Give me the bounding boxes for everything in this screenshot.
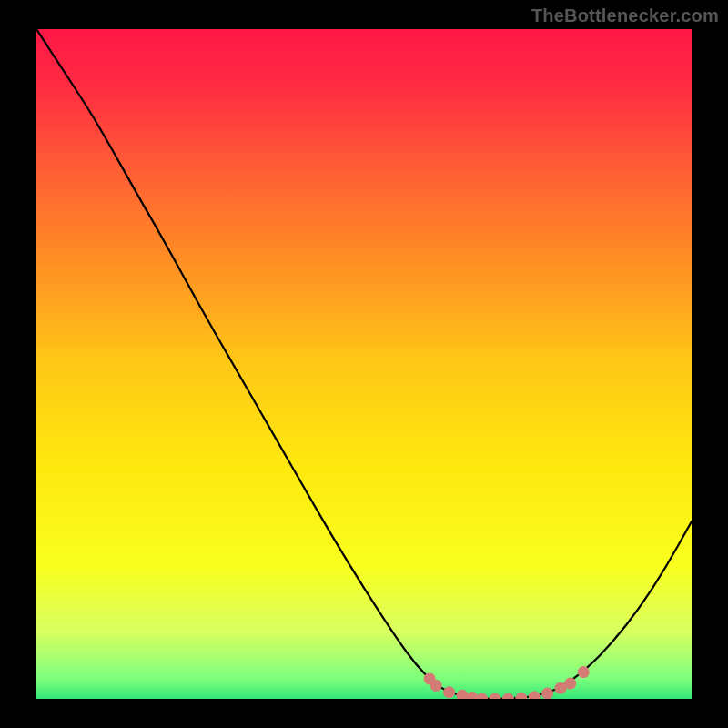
optimal-marker [578,666,590,678]
optimal-marker [541,688,553,699]
watermark-text: TheBottlenecker.com [531,5,719,26]
optimal-marker [443,686,455,698]
optimal-marker [430,680,442,692]
gradient-background [36,29,692,699]
optimal-marker [564,678,576,690]
chart-frame: TheBottlenecker.com [0,0,728,728]
chart-plot [36,29,692,699]
chart-svg [36,29,692,699]
